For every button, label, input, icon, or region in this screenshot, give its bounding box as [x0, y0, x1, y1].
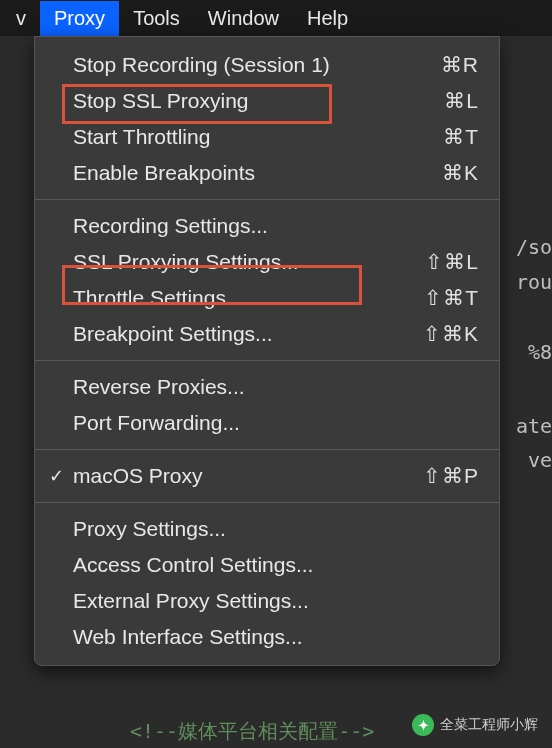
menu-item-recording-settings[interactable]: Recording Settings... [35, 208, 499, 244]
proxy-menu-dropdown: Stop Recording (Session 1) ⌘R Stop SSL P… [34, 36, 500, 666]
footer-code-comment: <!--媒体平台相关配置--> [130, 718, 374, 745]
menu-label: Start Throttling [73, 125, 443, 149]
menu-item-stop-recording[interactable]: Stop Recording (Session 1) ⌘R [35, 47, 499, 83]
menu-shortcut: ⌘R [441, 53, 479, 77]
menu-shortcut: ⇧⌘L [425, 250, 479, 274]
bg-code: %8 [528, 340, 552, 364]
bg-code: ve [528, 448, 552, 472]
menu-item-enable-breakpoints[interactable]: Enable Breakpoints ⌘K [35, 155, 499, 191]
menu-label: External Proxy Settings... [73, 589, 479, 613]
menu-shortcut: ⌘K [442, 161, 479, 185]
menu-label: Access Control Settings... [73, 553, 479, 577]
menu-label: Stop SSL Proxying [73, 89, 444, 113]
check-icon: ✓ [49, 465, 73, 487]
menu-item-web-interface-settings[interactable]: Web Interface Settings... [35, 619, 499, 655]
menu-label: Recording Settings... [73, 214, 479, 238]
wechat-icon: ✦ [412, 714, 434, 736]
menubar-item-prev[interactable]: v [2, 1, 40, 36]
menu-item-breakpoint-settings[interactable]: Breakpoint Settings... ⇧⌘K [35, 316, 499, 352]
menubar: v Proxy Tools Window Help [0, 0, 552, 36]
menu-label: Proxy Settings... [73, 517, 479, 541]
menu-label: Stop Recording (Session 1) [73, 53, 441, 77]
menu-label: Port Forwarding... [73, 411, 479, 435]
menu-label: Reverse Proxies... [73, 375, 479, 399]
menu-item-start-throttling[interactable]: Start Throttling ⌘T [35, 119, 499, 155]
menu-separator [35, 449, 499, 450]
menu-separator [35, 360, 499, 361]
menu-shortcut: ⇧⌘P [423, 464, 479, 488]
menu-item-macos-proxy[interactable]: ✓ macOS Proxy ⇧⌘P [35, 458, 499, 494]
menu-item-throttle-settings[interactable]: Throttle Settings... ⇧⌘T [35, 280, 499, 316]
menu-item-port-forwarding[interactable]: Port Forwarding... [35, 405, 499, 441]
bg-code: rou [516, 270, 552, 294]
menubar-item-window[interactable]: Window [194, 1, 293, 36]
menu-separator [35, 502, 499, 503]
menu-label: SSL Proxying Settings... [73, 250, 425, 274]
menu-item-ssl-proxying-settings[interactable]: SSL Proxying Settings... ⇧⌘L [35, 244, 499, 280]
menu-shortcut: ⇧⌘T [424, 286, 479, 310]
menu-label: Breakpoint Settings... [73, 322, 423, 346]
menu-separator [35, 199, 499, 200]
watermark-text: 全菜工程师小辉 [440, 716, 538, 734]
menubar-item-help[interactable]: Help [293, 1, 362, 36]
bg-code: ate [516, 414, 552, 438]
menubar-item-tools[interactable]: Tools [119, 1, 194, 36]
menu-item-external-proxy-settings[interactable]: External Proxy Settings... [35, 583, 499, 619]
menu-item-access-control-settings[interactable]: Access Control Settings... [35, 547, 499, 583]
menu-shortcut: ⌘T [443, 125, 479, 149]
bg-code: /so [516, 235, 552, 259]
menu-item-reverse-proxies[interactable]: Reverse Proxies... [35, 369, 499, 405]
menu-item-proxy-settings[interactable]: Proxy Settings... [35, 511, 499, 547]
menu-item-stop-ssl-proxying[interactable]: Stop SSL Proxying ⌘L [35, 83, 499, 119]
menu-label: macOS Proxy [73, 464, 423, 488]
menu-label: Enable Breakpoints [73, 161, 442, 185]
menu-label: Throttle Settings... [73, 286, 424, 310]
menu-shortcut: ⇧⌘K [423, 322, 479, 346]
menu-label: Web Interface Settings... [73, 625, 479, 649]
watermark: ✦ 全菜工程师小辉 [412, 714, 538, 736]
menubar-item-proxy[interactable]: Proxy [40, 1, 119, 36]
menu-shortcut: ⌘L [444, 89, 479, 113]
